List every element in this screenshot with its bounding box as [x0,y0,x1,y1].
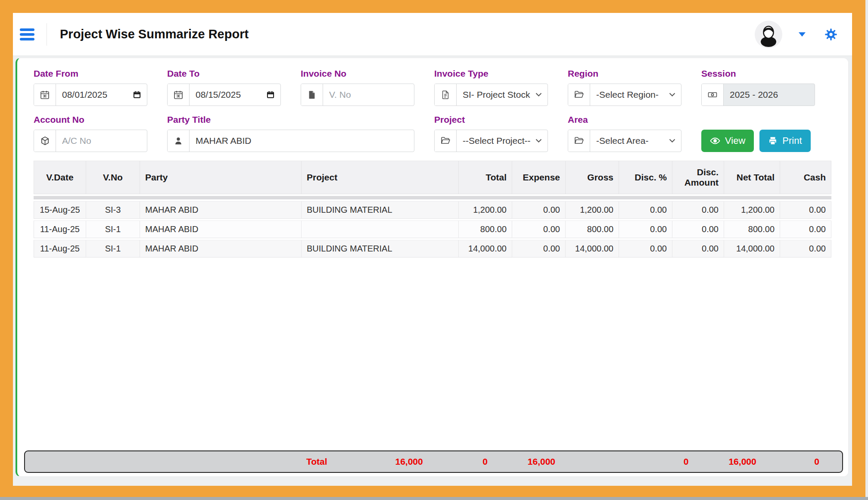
view-button[interactable]: View [701,130,754,152]
totals-label: Total [306,457,327,467]
date-to-label: Date To [167,68,281,79]
filter-date-to: Date To 08/15/2025 [167,68,281,106]
view-button-label: View [725,135,745,146]
region-select[interactable]: -Select Region- [568,84,681,106]
totals-gross: 16,000 [528,457,555,467]
filter-invoice-type: Invoice Type SI- Project Stock [434,68,548,106]
box-icon [34,130,56,152]
chevron-down-icon[interactable] [799,32,806,37]
column-header: Disc. Amount [672,161,724,194]
party-title-input[interactable] [190,136,414,146]
folder-open-icon [435,130,457,152]
table-header-row: V.Date V.No Party Project Total Expense … [34,161,831,194]
account-no-label: Account No [34,115,147,125]
invoice-type-select[interactable]: SI- Project Stock [434,84,548,106]
column-header: V.Date [34,161,86,194]
table-row: 11-Aug-25 SI-1 MAHAR ABID 800.00 0.00 80… [34,220,831,238]
invoice-no-input[interactable] [323,90,414,100]
date-from-value: 08/01/2025 [56,90,133,100]
column-header: Cash [780,161,831,194]
totals-net-total: 16,000 [728,457,756,467]
region-value: -Select Region- [590,90,669,100]
project-value: --Select Project-- [457,136,535,146]
person-icon [168,130,190,152]
filter-session: Session [701,68,815,106]
filter-invoice-no: Invoice No [301,68,414,106]
report-table: V.Date V.No Party Project Total Expense … [34,159,834,259]
date-picker-icon[interactable] [133,90,147,99]
session-label: Session [701,68,815,79]
calendar-icon [168,84,190,106]
folder-open-icon [568,130,590,152]
invoice-no-label: Invoice No [301,68,414,79]
app-window: Project Wise Summarize Report [13,13,852,486]
invoice-type-label: Invoice Type [434,68,548,79]
eye-icon [710,137,720,145]
banknote-icon [702,84,724,106]
header-separator-row [34,196,831,199]
filter-project: Project --Select Project-- [434,115,548,152]
print-button-label: Print [782,135,802,146]
chevron-down-icon [669,139,681,143]
totals-total: 16,000 [395,457,423,467]
printer-icon [768,136,778,146]
top-bar: Project Wise Summarize Report [13,13,852,56]
filters-section: Date From 08/01/2025 [17,58,848,152]
column-header: Net Total [724,161,780,194]
date-from-input[interactable]: 08/01/2025 [34,84,147,106]
account-no-input[interactable] [56,136,147,146]
column-header: Gross [566,161,619,194]
totals-cash: 0 [814,457,819,467]
folder-open-icon [568,84,590,106]
column-header: Expense [512,161,566,194]
table-row: 11-Aug-25 SI-1 MAHAR ABID BUILDING MATER… [34,240,831,258]
table-row: 15-Aug-25 SI-3 MAHAR ABID BUILDING MATER… [34,201,831,219]
project-label: Project [434,115,548,125]
totals-disc-amount: 0 [684,457,689,467]
chevron-down-icon [535,93,548,97]
party-title-label: Party Title [167,115,414,125]
area-label: Area [568,115,681,125]
filter-area: Area -Select Area- [568,115,681,152]
date-from-label: Date From [34,68,147,79]
topbar-divider [47,23,47,46]
file-icon [301,84,323,106]
area-value: -Select Area- [590,136,669,146]
calendar-icon [34,84,56,106]
column-header: Total [459,161,512,194]
filter-date-from: Date From 08/01/2025 [34,68,147,106]
date-picker-icon[interactable] [266,90,280,99]
column-header: Party [140,161,302,194]
screen-bottom-edge [0,497,868,500]
gear-icon[interactable] [824,28,837,41]
totals-expense: 0 [482,457,488,467]
column-header: V.No [86,161,140,194]
invoice-type-value: SI- Project Stock [457,90,535,100]
report-card: Date From 08/01/2025 [16,58,849,477]
file-text-icon [435,84,457,106]
column-header: Project [302,161,459,194]
filter-region: Region -Select Region- [568,68,681,106]
page-title: Project Wise Summarize Report [60,27,249,41]
date-to-value: 08/15/2025 [190,90,266,100]
print-button[interactable]: Print [759,130,810,152]
menu-icon[interactable] [20,28,34,40]
filter-party-title: Party Title [167,115,414,152]
session-input [724,90,815,100]
area-select[interactable]: -Select Area- [568,130,681,152]
region-label: Region [568,68,681,79]
date-to-input[interactable]: 08/15/2025 [167,84,281,106]
project-select[interactable]: --Select Project-- [434,130,548,152]
user-avatar[interactable] [755,21,782,48]
chevron-down-icon [669,93,681,97]
filter-account-no: Account No [34,115,147,152]
column-header: Disc. % [619,161,672,194]
totals-bar: Total 16,000 0 16,000 0 16,000 0 [24,450,843,473]
chevron-down-icon [535,139,548,143]
screen-right-edge [865,0,868,500]
